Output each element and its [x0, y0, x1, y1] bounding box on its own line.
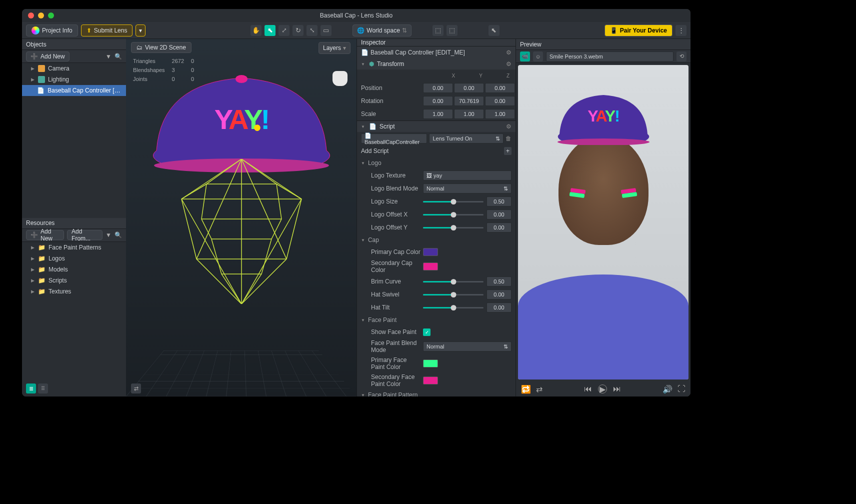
add-resource-button[interactable]: ➕Add New [26, 230, 64, 240]
filter-icon[interactable]: ▼ [106, 53, 112, 60]
close-icon[interactable] [28, 12, 34, 18]
gear-icon[interactable]: ⚙ [506, 60, 512, 68]
script-trigger-dropdown[interactable]: Lens Turned On⇅ [429, 134, 504, 144]
add-script-row[interactable]: Add Script+ [357, 145, 516, 157]
search-icon[interactable]: 🔍 [114, 53, 122, 60]
folder-models[interactable]: ▶📁Models [22, 264, 126, 275]
gear-icon[interactable]: ⚙ [506, 123, 512, 130]
resources-tree: ▶📁Face Paint Patterns ▶📁Logos ▶📁Models ▶… [22, 242, 126, 397]
position-z-input[interactable] [485, 83, 515, 93]
grid-view-button[interactable]: ⠿ [38, 384, 48, 394]
brim-curve-slider[interactable] [423, 281, 484, 282]
folder-textures[interactable]: ▶📁Textures [22, 286, 126, 297]
tree-item-camera[interactable]: ▶Camera [22, 63, 126, 74]
filter-icon[interactable]: ▼ [106, 232, 112, 238]
secondary-facepaint-swatch[interactable] [423, 376, 438, 384]
rotate-tool-icon[interactable]: ↻ [292, 25, 304, 36]
folder-icon: 📁 [38, 277, 46, 284]
brim-curve-input[interactable] [486, 276, 512, 286]
minimize-icon[interactable] [38, 12, 44, 18]
cursor-mode-icon[interactable]: ⬉ [488, 25, 500, 36]
add-object-button[interactable]: ➕Add New [26, 52, 70, 62]
layers-dropdown[interactable]: Layers▾ [318, 42, 350, 54]
primary-cap-color-swatch[interactable] [423, 248, 438, 256]
tree-item-lighting[interactable]: ▶Lighting [22, 74, 126, 85]
refresh-icon[interactable]: ⟲ [676, 52, 686, 62]
pan-tool-icon[interactable]: ✋ [250, 25, 262, 36]
hat-swivel-slider[interactable] [423, 294, 484, 296]
logo-offy-slider[interactable] [423, 227, 484, 228]
main-toolbar: Project Info ⬆Submit Lens ▾ ✋ ⬉ ⤢ ↻ ⤡ ▭ … [22, 22, 690, 39]
expand-icon[interactable]: ▶ [31, 77, 35, 82]
submit-dropdown-button[interactable]: ▾ [136, 24, 146, 36]
viewport[interactable]: 🗂View 2D Scene Triangles26720 Blendshape… [126, 39, 356, 396]
show-facepaint-checkbox[interactable]: ✓ [423, 328, 430, 336]
rotation-y-input[interactable] [454, 96, 484, 106]
hat-swivel-input[interactable] [486, 290, 512, 300]
expand-icon[interactable]: ▶ [31, 256, 35, 261]
position-x-input[interactable] [423, 83, 453, 93]
primary-facepaint-swatch[interactable] [423, 360, 438, 368]
scale-y-input[interactable] [454, 109, 484, 119]
preview-source-dropdown[interactable]: Smile Person 3.webm [546, 52, 674, 62]
gear-icon[interactable]: ⚙ [506, 49, 512, 56]
facepaint-blend-dropdown[interactable]: Normal⇅ [423, 342, 512, 352]
hat-tilt-input[interactable] [486, 302, 512, 312]
logo-size-slider[interactable] [423, 201, 484, 202]
snap-a-icon[interactable]: ⬚ [432, 25, 444, 36]
logo-blend-dropdown[interactable]: Normal⇅ [423, 184, 512, 194]
expand-tool-icon[interactable]: ⤢ [278, 25, 290, 36]
loop-icon[interactable]: 🔁 [521, 384, 531, 394]
submit-lens-button[interactable]: ⬆Submit Lens [81, 24, 133, 36]
webcam-icon[interactable]: 📹 [520, 52, 530, 62]
select-tool-icon[interactable]: ⬉ [264, 25, 276, 36]
rotation-x-input[interactable] [423, 96, 453, 106]
hat-tilt-slider[interactable] [423, 307, 484, 308]
expand-icon[interactable]: ▶ [31, 267, 35, 272]
logo-offx-input[interactable] [486, 210, 512, 220]
scale-tool-icon[interactable]: ⤡ [306, 25, 318, 36]
logo-texture-field[interactable]: 🖼 yay [423, 170, 512, 180]
folder-face-paint[interactable]: ▶📁Face Paint Patterns [22, 242, 126, 253]
fullscreen-icon[interactable]: ⛶ [678, 384, 686, 394]
expand-icon[interactable]: ▶ [31, 289, 35, 294]
more-icon[interactable]: ⋮ [676, 25, 686, 36]
prev-frame-icon[interactable]: ⏮ [584, 384, 592, 394]
secondary-cap-color-swatch[interactable] [423, 262, 438, 270]
next-frame-icon[interactable]: ⏭ [613, 384, 621, 394]
script-name-field[interactable]: 📄 BaseballCapController [361, 134, 427, 144]
snap-b-icon[interactable]: ⬚ [446, 25, 458, 36]
preview-viewport[interactable]: YAY! [518, 65, 688, 380]
position-y-input[interactable] [454, 83, 484, 93]
list-view-button[interactable]: ≣ [26, 384, 36, 394]
snapchat-ghost-icon[interactable] [332, 71, 348, 86]
play-icon[interactable]: ▶ [598, 384, 607, 394]
scale-x-input[interactable] [423, 109, 453, 119]
folder-logos[interactable]: ▶📁Logos [22, 253, 126, 264]
face-icon[interactable]: ☺ [533, 52, 543, 62]
rect-tool-icon[interactable]: ▭ [320, 25, 332, 36]
volume-icon[interactable]: 🔊 [662, 384, 672, 394]
coordinate-space-dropdown[interactable]: 🌐World space⇅ [352, 24, 411, 36]
pair-device-button[interactable]: 📱Pair Your Device [604, 24, 672, 36]
scale-z-input[interactable] [485, 109, 515, 119]
logo-size-input[interactable] [486, 196, 512, 206]
view-2d-button[interactable]: 🗂View 2D Scene [131, 42, 192, 53]
rotation-z-input[interactable] [485, 96, 515, 106]
script-header[interactable]: ▼📄Script⚙ [357, 121, 516, 132]
search-icon[interactable]: 🔍 [114, 232, 122, 238]
expand-icon[interactable]: ▶ [31, 245, 35, 250]
project-info-button[interactable]: Project Info [26, 24, 78, 36]
tree-item-controller[interactable]: 📄Baseball Cap Controller [EDIT_ME] [22, 85, 126, 96]
add-from-button[interactable]: Add From... [67, 230, 102, 240]
expand-icon[interactable]: ▶ [31, 66, 35, 71]
mirror-icon[interactable]: ⇄ [536, 384, 542, 394]
maximize-icon[interactable] [48, 12, 54, 18]
logo-offx-slider[interactable] [423, 214, 484, 216]
delete-script-icon[interactable]: 🗑 [506, 135, 512, 142]
viewport-sync-button[interactable]: ⇄ [131, 384, 141, 394]
logo-offy-input[interactable] [486, 222, 512, 232]
expand-icon[interactable]: ▶ [31, 278, 35, 283]
folder-scripts[interactable]: ▶📁Scripts [22, 275, 126, 286]
transform-header[interactable]: ▼⬢Transform⚙ [357, 58, 516, 70]
